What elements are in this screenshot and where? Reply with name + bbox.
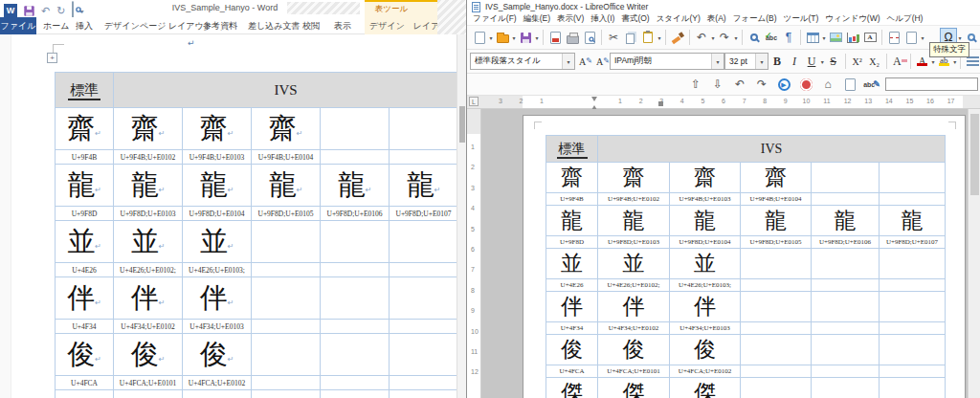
code-cell[interactable]: [741, 322, 812, 335]
code-cell[interactable]: U+4F34;U+E0103: [183, 320, 252, 334]
kanji-cell[interactable]: [321, 221, 390, 263]
libreoffice-scrollbar-thumb[interactable]: [970, 114, 979, 195]
code-cell[interactable]: U+4F34;U+E0102: [598, 322, 670, 335]
code-cell[interactable]: U+9F8D: [546, 236, 598, 249]
code-cell[interactable]: U+9F8D;U+E0103: [598, 236, 670, 249]
kanji-cell[interactable]: 伴↵: [114, 277, 183, 320]
document-button[interactable]: [841, 75, 858, 94]
kanji-cell[interactable]: 龍↵: [56, 165, 114, 207]
code-cell[interactable]: U+9F4B;U+E0102: [598, 193, 670, 206]
kanji-cell[interactable]: 齋: [741, 163, 812, 193]
header-standard[interactable]: 標準: [56, 73, 114, 108]
font-name-dropdown[interactable]: ▾: [711, 54, 724, 69]
tab-file[interactable]: ファイル: [0, 17, 36, 34]
code-cell[interactable]: U+9F4B: [56, 150, 114, 165]
code-cell[interactable]: [252, 376, 321, 390]
paragraph-style-combo[interactable]: 標準段落スタイル ▾: [470, 53, 575, 70]
kanji-cell[interactable]: 龍↵: [321, 165, 390, 207]
header-ivs[interactable]: IVS: [598, 136, 946, 163]
tab-design[interactable]: デザイン: [104, 17, 140, 34]
autocorrect-button[interactable]: abc✎: [863, 75, 880, 94]
tab-view[interactable]: 表示: [334, 17, 351, 34]
save-button[interactable]: [517, 28, 534, 47]
kanji-cell[interactable]: 俊↵: [114, 334, 183, 376]
tab-table-design[interactable]: デザイン: [369, 20, 405, 33]
kanji-cell[interactable]: 龍↵: [114, 165, 183, 207]
kanji-cell[interactable]: 並↵: [56, 221, 114, 263]
code-cell[interactable]: U+9F4B;U+E0102: [114, 150, 183, 165]
kanji-cell[interactable]: 齋↵: [252, 108, 321, 150]
paste-dropdown[interactable]: ▾: [657, 34, 662, 41]
print-button[interactable]: [564, 28, 581, 47]
new-document-button[interactable]: [471, 28, 488, 47]
code-cell[interactable]: U+4F34;U+E0103: [670, 322, 741, 335]
font-color-button[interactable]: A: [914, 52, 931, 71]
word-scrollbar-thumb[interactable]: [459, 106, 465, 143]
code-cell[interactable]: U+4E26;U+E0102;: [114, 263, 183, 277]
writer-page[interactable]: 標準IVS齋齋齋齋U+9F4BU+9F4B;U+E0102U+9F4B;U+E0…: [523, 115, 966, 398]
menu-help[interactable]: ヘルプ(H): [887, 13, 924, 25]
redo-icon[interactable]: ↻: [56, 4, 65, 17]
code-cell[interactable]: [880, 193, 946, 206]
font-size-dropdown[interactable]: ▾: [755, 54, 768, 69]
first-line-indent-marker[interactable]: [591, 97, 597, 104]
kanji-cell[interactable]: [880, 335, 946, 365]
kanji-cell[interactable]: 伴: [670, 292, 741, 322]
code-cell[interactable]: [880, 322, 946, 335]
kanji-cell[interactable]: [321, 108, 390, 150]
undo-button[interactable]: ↶: [693, 28, 710, 47]
ivs-table[interactable]: 標準IVS齋↵齋↵齋↵齋↵U+9F4BU+9F4B;U+E0102U+9F4B;…: [55, 72, 458, 398]
kanji-cell[interactable]: [252, 277, 321, 320]
code-cell[interactable]: U+4FCA;U+E0101: [114, 376, 183, 390]
tab-page-layout[interactable]: ページ レイアウト: [140, 17, 212, 34]
kanji-cell[interactable]: 齋↵: [56, 108, 114, 150]
menu-format[interactable]: 書式(O): [621, 13, 649, 25]
kanji-cell[interactable]: [390, 277, 458, 320]
code-cell[interactable]: U+4E26: [546, 279, 598, 292]
code-cell[interactable]: [390, 376, 458, 390]
kanji-cell[interactable]: 並↵: [183, 221, 252, 263]
code-cell[interactable]: U+4E26;U+E0103;: [183, 263, 252, 277]
open-button[interactable]: [494, 28, 511, 47]
kanji-cell[interactable]: [321, 334, 390, 376]
code-cell[interactable]: [880, 279, 946, 292]
copy-button[interactable]: [622, 28, 639, 47]
kanji-cell[interactable]: [880, 163, 946, 193]
insert-field-dropdown[interactable]: ▾: [920, 34, 925, 41]
menu-view[interactable]: 表示(V): [557, 13, 584, 25]
kanji-cell[interactable]: 齋: [598, 163, 670, 193]
kanji-cell[interactable]: 傑: [546, 378, 598, 398]
tab-insert[interactable]: 挿入: [76, 17, 93, 34]
kanji-cell[interactable]: [741, 335, 812, 365]
kanji-cell[interactable]: 龍: [880, 206, 946, 236]
kanji-cell[interactable]: 傑↵: [114, 390, 183, 398]
export-pdf-button[interactable]: [546, 28, 564, 47]
tab-stop-selector[interactable]: L: [469, 97, 479, 106]
kanji-cell[interactable]: 俊: [546, 335, 598, 365]
underline-button[interactable]: U: [803, 52, 820, 71]
kanji-cell[interactable]: [880, 292, 946, 322]
insert-table-button[interactable]: [804, 28, 821, 47]
code-cell[interactable]: [252, 320, 321, 334]
kanji-cell[interactable]: 龍: [598, 206, 670, 236]
code-cell[interactable]: [321, 376, 390, 390]
find-replace-button[interactable]: [746, 28, 763, 47]
code-cell[interactable]: [812, 322, 880, 335]
record-button[interactable]: [797, 75, 814, 94]
code-cell[interactable]: U+9F8D;U+E0105: [741, 236, 812, 249]
code-cell[interactable]: [812, 365, 880, 378]
code-cell[interactable]: U+9F4B;U+E0103: [183, 150, 252, 165]
kanji-cell[interactable]: 傑: [598, 378, 670, 398]
tab-review[interactable]: 校閲: [302, 17, 320, 34]
code-cell[interactable]: U+4FCA;U+E0101: [598, 365, 670, 378]
code-cell[interactable]: U+9F8D;U+E0105: [252, 207, 321, 221]
kanji-cell[interactable]: 伴↵: [56, 277, 114, 320]
kanji-cell[interactable]: 龍↵: [390, 165, 458, 207]
kanji-cell[interactable]: 齋: [670, 163, 741, 193]
kanji-cell[interactable]: [812, 292, 880, 322]
kanji-cell[interactable]: 並↵: [114, 221, 183, 263]
kanji-cell[interactable]: 俊: [670, 335, 741, 365]
code-cell[interactable]: U+9F8D: [56, 207, 114, 221]
libreoffice-vertical-scrollbar[interactable]: [968, 109, 980, 398]
kanji-cell[interactable]: 並: [546, 249, 598, 279]
